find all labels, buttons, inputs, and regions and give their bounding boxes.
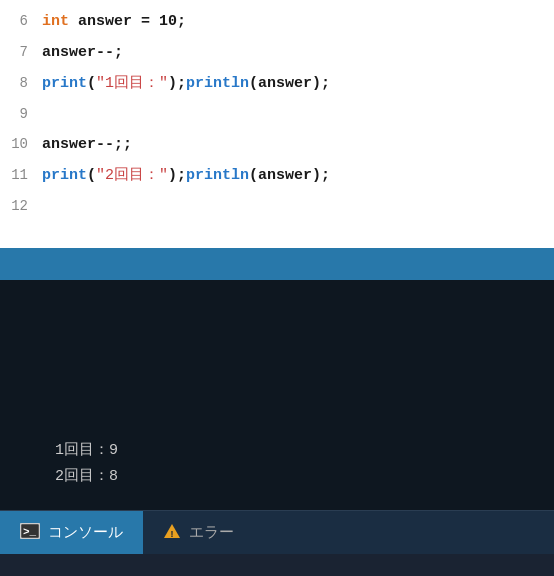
line-number: 7 [0,39,42,65]
line-number: 8 [0,70,42,96]
code-lines: 6int answer = 10;7answer--;8print("1回目："… [0,0,554,227]
svg-text:>_: >_ [23,526,37,538]
line-content: answer--;; [42,132,132,158]
code-line: 8print("1回目：");println(answer); [0,68,554,99]
code-line: 7answer--; [0,37,554,68]
tab-label: エラー [189,523,234,542]
tab-bar: >_ コンソール ! エラー [0,510,554,554]
line-content: print("2回目：");println(answer); [42,163,330,189]
line-content: int answer = 10; [42,9,186,35]
console-area: 1回目：92回目：8 [0,280,554,510]
console-line: 1回目：9 [55,438,554,464]
code-editor: 6int answer = 10;7answer--;8print("1回目："… [0,0,554,248]
warning-icon: ! [163,523,181,542]
code-line: 6int answer = 10; [0,6,554,37]
tab-console[interactable]: >_ コンソール [0,511,143,554]
line-number: 10 [0,131,42,157]
line-content: print("1回目：");println(answer); [42,71,330,97]
line-content: answer--; [42,40,123,66]
code-line: 10answer--;; [0,129,554,160]
divider-bar [0,248,554,280]
line-number: 12 [0,193,42,219]
line-number: 9 [0,101,42,127]
code-line: 9 [0,99,554,129]
terminal-icon: >_ [20,523,40,542]
line-number: 6 [0,8,42,34]
tab-label: コンソール [48,523,123,542]
tab-error[interactable]: ! エラー [143,511,254,554]
line-number: 11 [0,162,42,188]
svg-text:!: ! [171,529,174,539]
console-output: 1回目：92回目：8 [0,280,554,510]
code-line: 12 [0,191,554,221]
console-line: 2回目：8 [55,464,554,490]
code-line: 11print("2回目：");println(answer); [0,160,554,191]
